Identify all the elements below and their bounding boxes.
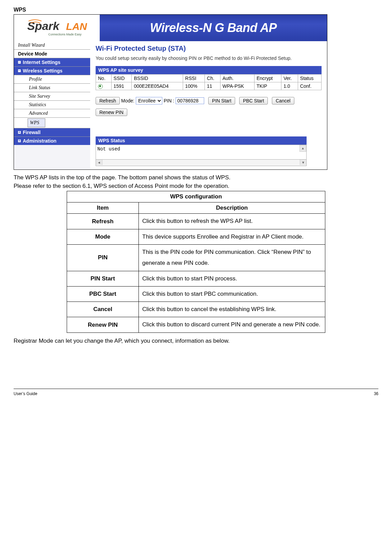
col-ch: Ch.: [205, 75, 220, 82]
nav-firewall-label: Firewall: [23, 130, 40, 135]
config-item-cancel: Cancel: [67, 302, 139, 317]
minus-icon: −: [18, 69, 21, 72]
nav-internet-settings-label: Internet Settings: [23, 60, 60, 65]
section-heading: WPS: [14, 7, 378, 13]
logo-area: Spark LAN Connections Made Easy: [14, 15, 100, 41]
col-auth: Auth.: [220, 75, 254, 82]
wps-status-panel: WPS Status Not used ▲ ◄ ▼: [96, 136, 307, 166]
cell-ch: 11: [205, 82, 220, 90]
cell-ver: 1.0: [281, 82, 298, 90]
minus-icon: −: [18, 61, 21, 64]
config-desc-renew-pin: Click this button to discard current PIN…: [139, 317, 325, 332]
scroll-up-icon[interactable]: ▲: [299, 145, 306, 152]
config-table-title: WPS configuration: [67, 191, 325, 202]
nav-install-wizard[interactable]: Install Wizard: [14, 41, 90, 50]
config-item-renew-pin: Renew PIN: [67, 317, 139, 332]
nav-link-status[interactable]: Link Status: [14, 84, 90, 92]
page-footer: User’s Guide 36: [14, 391, 378, 396]
footer-page-number: 36: [374, 391, 378, 396]
config-item-header: Item: [67, 202, 139, 214]
nav-profile[interactable]: Profile: [14, 75, 90, 84]
scroll-left-icon[interactable]: ◄: [96, 160, 102, 165]
cell-encrypt: TKIP: [254, 82, 281, 90]
table-header-row: No. SSID BSSID RSSI Ch. Auth. Encrypt Ve…: [96, 75, 322, 82]
cell-bssid: 000E2EE05AD4: [132, 82, 183, 90]
nav-wps[interactable]: WPS: [28, 118, 45, 127]
pin-input[interactable]: [176, 97, 204, 104]
col-encrypt: Encrypt: [254, 75, 281, 82]
router-ui-screenshot: Spark LAN Connections Made Easy Wireless…: [14, 14, 327, 170]
banner-headline: Wireless-N G Band AP: [100, 15, 327, 41]
cell-status: Conf.: [298, 82, 321, 90]
mode-label: Mode:: [121, 98, 134, 103]
renew-pin-button[interactable]: Renew PIN: [96, 109, 127, 116]
horizontal-scrollbar[interactable]: ◄ ▼: [96, 160, 307, 166]
wps-ap-survey-table: No. SSID BSSID RSSI Ch. Auth. Encrypt Ve…: [96, 74, 322, 90]
scroll-down-icon[interactable]: ▼: [300, 160, 306, 165]
cell-ssid: 1591: [111, 82, 132, 90]
col-ssid: SSID: [111, 75, 132, 82]
page-description: You could setup security easily by choos…: [96, 55, 322, 61]
refresh-button[interactable]: Refresh: [96, 97, 120, 104]
survey-section-header: WPS AP site survey: [96, 66, 322, 74]
config-desc-pin-start: Click this button to start PIN process.: [139, 271, 325, 286]
col-rssi: RSSI: [183, 75, 205, 82]
nav-statistics[interactable]: Statistics: [14, 101, 90, 109]
config-item-pbc-start: PBC Start: [67, 286, 139, 302]
wps-status-value: Not used: [97, 146, 120, 152]
footer-left: User’s Guide: [14, 391, 37, 396]
sidebar-nav: Install Wizard Device Mode − Internet Se…: [14, 41, 90, 169]
config-item-pin-start: PIN Start: [67, 271, 139, 286]
wps-status-header: WPS Status: [96, 136, 307, 145]
pin-start-button[interactable]: PIN Start: [208, 97, 235, 104]
footer-divider: [14, 389, 378, 389]
col-status: Status: [298, 75, 321, 82]
config-desc-header: Description: [139, 202, 325, 214]
col-ver: Ver.: [281, 75, 298, 82]
col-bssid: BSSID: [132, 75, 183, 82]
nav-site-survey[interactable]: Site Survey: [14, 92, 90, 101]
cancel-button[interactable]: Cancel: [272, 97, 294, 104]
nav-firewall[interactable]: + Firewall: [14, 128, 90, 137]
nav-internet-settings[interactable]: − Internet Settings: [14, 58, 90, 67]
table-row: 1591 000E2EE05AD4 100% 11 WPA-PSK TKIP 1…: [96, 82, 322, 90]
config-desc-mode: This device supports Enrollee and Regist…: [139, 229, 325, 244]
nav-wireless-settings-label: Wireless Settings: [23, 68, 63, 74]
config-desc-pin: This is the PIN code for PIN communicati…: [139, 244, 325, 271]
wps-config-table: WPS configuration Item Description Refre…: [67, 191, 325, 332]
config-item-refresh: Refresh: [67, 214, 139, 229]
cell-rssi: 100%: [183, 82, 205, 90]
cell-auth: WPA-PSK: [220, 82, 254, 90]
banner: Spark LAN Connections Made Easy Wireless…: [14, 15, 327, 41]
config-item-pin: PIN: [67, 244, 139, 271]
pbc-start-button[interactable]: PBC Start: [239, 97, 268, 104]
plus-icon: +: [18, 140, 21, 142]
svg-text:Spark: Spark: [27, 19, 60, 32]
plus-icon: +: [18, 131, 21, 134]
config-desc-cancel: Click this button to cancel the establis…: [139, 302, 325, 317]
config-desc-pbc-start: Click this button to start PBC communica…: [139, 286, 325, 302]
nav-wireless-settings[interactable]: − Wireless Settings: [14, 67, 90, 75]
wps-status-textarea[interactable]: Not used ▲: [96, 145, 307, 160]
logo-accent: LAN: [66, 21, 87, 32]
body-paragraph-1: The WPS AP lists in the top of the page.…: [14, 174, 378, 182]
nav-device-mode[interactable]: Device Mode: [14, 50, 90, 58]
controls-row: Refresh Mode: Enrollee PIN : PIN Start P…: [96, 97, 322, 104]
nav-advanced[interactable]: Advanced: [14, 109, 90, 118]
pin-label: PIN :: [164, 98, 174, 103]
body-paragraph-2: Please refer to the section 6.1, WPS sec…: [14, 182, 378, 190]
mode-select[interactable]: Enrollee: [136, 97, 162, 104]
nav-administration-label: Administration: [23, 138, 56, 144]
nav-administration[interactable]: + Administration: [14, 137, 90, 145]
sparklan-logo: Spark LAN Connections Made Easy: [24, 18, 89, 38]
main-content: Wi-Fi Protected Setup (STA) You could se…: [90, 41, 327, 169]
logo-tagline: Connections Made Easy: [48, 33, 82, 36]
page-title: Wi-Fi Protected Setup (STA): [96, 45, 322, 52]
config-item-mode: Mode: [67, 229, 139, 244]
radio-selected-icon: [98, 84, 103, 89]
row-select[interactable]: [96, 82, 112, 90]
closing-paragraph: Registrar Mode can let you change the AP…: [14, 338, 378, 344]
col-no: No.: [96, 75, 112, 82]
config-desc-refresh: Click this button to refresh the WPS AP …: [139, 214, 325, 229]
